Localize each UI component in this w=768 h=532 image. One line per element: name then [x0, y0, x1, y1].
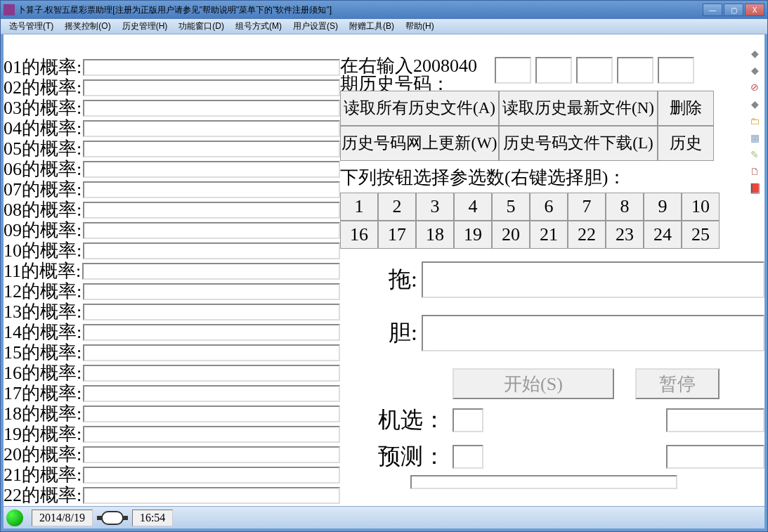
- prob-field[interactable]: [83, 467, 340, 484]
- number-button-5[interactable]: 5: [492, 193, 530, 221]
- prob-field[interactable]: [83, 283, 340, 300]
- prob-row: 11的概率:: [4, 261, 340, 281]
- prob-field[interactable]: [83, 181, 340, 198]
- number-button-10[interactable]: 10: [682, 193, 720, 221]
- digit-input-2[interactable]: [535, 57, 572, 84]
- pause-button[interactable]: 暂停: [635, 368, 720, 399]
- yuce-label: 预测：: [340, 441, 445, 472]
- digit-input-5[interactable]: [658, 57, 694, 84]
- close-button[interactable]: X: [745, 4, 764, 16]
- toolbar-icon[interactable]: ◆: [747, 63, 762, 78]
- prob-field[interactable]: [83, 487, 340, 504]
- prob-field[interactable]: [83, 79, 340, 96]
- menu-item[interactable]: 历史管理(H): [117, 19, 174, 34]
- number-button-1[interactable]: 1: [340, 193, 378, 221]
- number-button-9[interactable]: 9: [644, 193, 682, 221]
- prob-row: 18的概率:: [4, 403, 340, 424]
- jixuan-field[interactable]: [453, 408, 483, 432]
- prob-row: 10的概率:: [4, 240, 340, 261]
- prob-field[interactable]: [83, 100, 340, 117]
- number-button-19[interactable]: 19: [454, 221, 492, 249]
- prob-row: 05的概率:: [4, 138, 340, 159]
- number-button-25[interactable]: 25: [682, 221, 720, 249]
- number-button-8[interactable]: 8: [606, 193, 644, 221]
- menu-item[interactable]: 选号管理(T): [4, 19, 59, 34]
- digit-input-4[interactable]: [617, 57, 653, 84]
- number-button-2[interactable]: 2: [378, 193, 416, 221]
- web-update-button[interactable]: 历史号码网上更新(W): [340, 126, 499, 161]
- menu-item[interactable]: 摇奖控制(O): [59, 19, 116, 34]
- toolbar-icon[interactable]: ▦: [747, 130, 762, 145]
- prob-field[interactable]: [83, 242, 340, 259]
- prob-field[interactable]: [83, 202, 340, 219]
- delete-button[interactable]: 删除: [658, 91, 714, 126]
- prob-row: 04的概率:: [4, 118, 340, 138]
- number-button-7[interactable]: 7: [568, 193, 606, 221]
- drag-field[interactable]: [422, 261, 764, 298]
- prob-label: 22的概率:: [4, 483, 82, 506]
- jixuan-label: 机选：: [340, 405, 445, 436]
- yuce-field-2[interactable]: [666, 445, 764, 469]
- prob-field[interactable]: [83, 385, 340, 402]
- yuce-field[interactable]: [453, 445, 483, 469]
- prob-field[interactable]: [83, 426, 340, 443]
- number-button-16[interactable]: 16: [340, 221, 378, 249]
- toolbar-icon[interactable]: 📕: [747, 181, 762, 196]
- minimize-button[interactable]: —: [703, 4, 722, 16]
- number-button-4[interactable]: 4: [454, 193, 492, 221]
- dan-field[interactable]: [422, 315, 764, 351]
- number-button-18[interactable]: 18: [416, 221, 454, 249]
- toolbar-icon[interactable]: ✎: [747, 147, 762, 162]
- number-button-17[interactable]: 17: [378, 221, 416, 249]
- window-title: 卜算子.权智五星彩票助理[注册为正版用户请参见"帮助说明"菜单下的"软件注册须知…: [18, 4, 703, 16]
- probability-panel: 01的概率:02的概率:03的概率:04的概率:05的概率:06的概率:07的概…: [4, 34, 340, 506]
- maximize-button[interactable]: ▢: [724, 4, 743, 16]
- number-button-20[interactable]: 20: [492, 221, 530, 249]
- jixuan-field-2[interactable]: [666, 408, 764, 432]
- toolbar-icon[interactable]: ◆: [747, 46, 762, 61]
- prob-field[interactable]: [83, 344, 340, 361]
- prob-field[interactable]: [83, 141, 340, 157]
- start-button[interactable]: 开始(S): [453, 368, 614, 399]
- prob-row: 20的概率:: [4, 444, 340, 465]
- digit-input-1[interactable]: [495, 57, 531, 84]
- menu-item[interactable]: 帮助(H): [400, 19, 440, 34]
- toolbar-icon[interactable]: 🗀: [747, 113, 762, 129]
- prob-field[interactable]: [83, 406, 340, 422]
- prob-field[interactable]: [83, 222, 340, 239]
- toolbar-icon[interactable]: 🗋: [747, 164, 762, 179]
- number-button-23[interactable]: 23: [606, 221, 644, 249]
- number-button-3[interactable]: 3: [416, 193, 454, 221]
- read-all-history-button[interactable]: 读取所有历史文件(A): [340, 91, 499, 126]
- prob-field[interactable]: [83, 304, 340, 320]
- prob-field[interactable]: [83, 161, 340, 178]
- number-button-24[interactable]: 24: [644, 221, 682, 249]
- number-button-22[interactable]: 22: [568, 221, 606, 249]
- prob-field[interactable]: [83, 365, 340, 382]
- toolbar-icon[interactable]: ⊘: [747, 79, 762, 95]
- menu-item[interactable]: 附赠工具(B): [344, 19, 400, 34]
- prob-row: 13的概率:: [4, 301, 340, 322]
- file-download-button[interactable]: 历史号码文件下载(L): [499, 126, 658, 161]
- result-field[interactable]: [410, 475, 677, 489]
- app-icon: [4, 4, 15, 15]
- number-button-6[interactable]: 6: [530, 193, 568, 221]
- prob-row: 09的概率:: [4, 220, 340, 240]
- prob-field[interactable]: [82, 263, 340, 280]
- prob-field[interactable]: [83, 59, 340, 76]
- prob-row: 01的概率:: [4, 57, 340, 77]
- digit-input-3[interactable]: [576, 57, 613, 84]
- number-button-21[interactable]: 21: [530, 221, 568, 249]
- menu-item[interactable]: 用户设置(S): [287, 19, 344, 34]
- prob-field[interactable]: [83, 324, 340, 341]
- prob-row: 14的概率:: [4, 322, 340, 342]
- pick-header: 下列按钮选择参选数(右键选择胆)：: [340, 161, 764, 193]
- toolbar-icon[interactable]: ◆: [747, 96, 762, 112]
- menu-item[interactable]: 组号方式(M): [230, 19, 287, 34]
- read-new-history-button[interactable]: 读取历史最新文件(N): [499, 91, 658, 126]
- period-input-label: 在右输入2008040 期历史号码：: [340, 57, 495, 91]
- prob-field[interactable]: [83, 120, 340, 137]
- menu-item[interactable]: 功能窗口(D): [173, 19, 230, 34]
- history-button[interactable]: 历史: [658, 126, 714, 161]
- prob-field[interactable]: [83, 446, 340, 463]
